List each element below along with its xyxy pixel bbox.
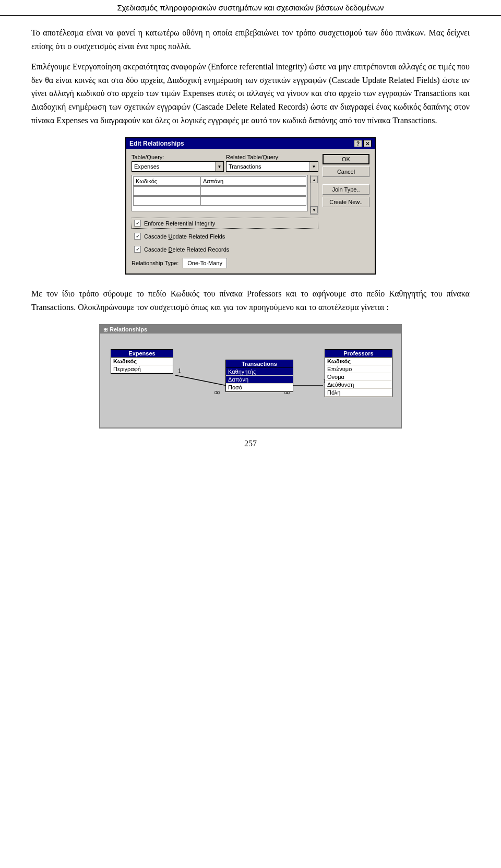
expenses-table-title: Expenses [111,350,173,357]
rel-title: Relationships [110,326,147,332]
checkbox-enforce-referential[interactable]: ✓ Enforce Referential Integrity [132,218,318,229]
dialog-right-buttons: OK Cancel Join Type.. Create New.. [323,154,369,268]
checkbox-enforce-icon: ✓ [134,220,141,227]
paragraph-1: Το αποτέλεσμα είναι να φανεί η κατωτέρω … [31,26,470,53]
transactions-field-kathigitis: Καθηγητής [226,368,293,376]
rel-titlebar: ⊞ Relationships [100,325,401,334]
relationship-type-label: Relationship Type: [132,260,178,266]
right-table-arrow[interactable]: ▼ [309,162,318,171]
mapping-container: Κωδικός Δαπάνη [132,175,318,215]
paragraph-2: Επιλέγουμε Ενεργοποίηση ακεραιότητας ανα… [31,60,470,127]
mapping-row-empty [133,186,306,196]
right-table-label: Related Table/Query: [226,154,318,160]
expenses-field-kodikos: Κωδικός [111,358,173,365]
transactions-field-poso: Ποσό [226,384,293,391]
right-table-value: Transactions [226,163,309,170]
page-content: Το αποτέλεσμα είναι να φανεί η κατωτέρω … [0,16,501,464]
professors-field-diefthynsi: Διεύθυνση [325,381,392,389]
professors-field-kodikos: Κωδικός [325,358,392,365]
professors-table-title: Professors [325,350,392,357]
dialog-left-section: Table/Query: Expenses ▼ Related Table/Qu… [132,154,318,268]
transactions-field-dapani: Δαπάνη [226,376,293,384]
mapping-area: Κωδικός Δαπάνη [132,175,308,211]
right-table-col: Related Table/Query: Transactions ▼ [226,154,318,172]
relationship-type-row: Relationship Type: One-To-Many [132,258,318,268]
create-new-button[interactable]: Create New.. [323,197,369,207]
mapping-left-empty [133,186,201,196]
table-query-row: Table/Query: Expenses ▼ Related Table/Qu… [132,154,318,172]
page-number: 257 [31,439,470,448]
cancel-button[interactable]: Cancel [323,167,369,177]
checkbox-cascade-delete-label: Cascade Delete Related Records [144,246,229,253]
checkbox-cascade-delete[interactable]: ✓ Cascade Delete Related Records [132,244,318,255]
header-title: Σχεδιασμός πληροφοριακών συστημάτων και … [117,3,384,12]
dialog-titlebar: Edit Relationships ? ✕ [126,138,375,149]
rel-titlebar-icon: ⊞ [103,327,108,332]
checkbox-cascade-update-icon: ✓ [134,233,141,240]
mapping-left-empty2 [133,196,201,206]
join-type-button[interactable]: Join Type.. [323,184,369,195]
relationships-diagram: ⊞ Relationships 1 ∞ 1 ∞ [99,324,402,429]
close-button[interactable]: ✕ [363,140,372,147]
mapping-left-field: Κωδικός [133,176,201,186]
mapping-right-empty2 [201,196,306,206]
edit-relationships-dialog: Edit Relationships ? ✕ Table/Query: Expe… [125,137,376,275]
mapping-scrollbar: ▲ ▼ [310,175,318,215]
mapping-row-empty2 [133,196,306,206]
left-table-label: Table/Query: [132,154,224,160]
right-table-select[interactable]: Transactions ▼ [226,161,318,172]
professors-table-fields: Κωδικός Επώνυμο Όνομα Διεύθυνση Πόλη [325,357,392,397]
checkbox-cascade-delete-icon: ✓ [134,246,141,253]
rel-content: 1 ∞ 1 ∞ Expenses Κωδικός Περιγραφή [100,334,401,427]
dialog-title: Edit Relationships [129,140,184,147]
expenses-field-perigrafi: Περιγραφή [111,365,173,373]
mapping-row-1: Κωδικός Δαπάνη [133,176,306,186]
checkbox-cascade-update-label: Cascade Update Related Fields [144,233,225,240]
scroll-down-button[interactable]: ▼ [311,206,318,213]
relationships-container: ⊞ Relationships 1 ∞ 1 ∞ [31,324,470,429]
checkbox-cascade-update[interactable]: ✓ Cascade Update Related Fields [132,231,318,242]
dialog-body: Table/Query: Expenses ▼ Related Table/Qu… [126,149,375,274]
ok-button[interactable]: OK [323,154,369,164]
professors-field-onoma: Όνομα [325,373,392,381]
transactions-table-title: Transactions [226,360,293,367]
left-table-arrow[interactable]: ▼ [215,162,223,171]
left-table-select[interactable]: Expenses ▼ [132,161,224,172]
professors-field-eponymo: Επώνυμο [325,365,392,373]
svg-line-0 [175,375,227,386]
left-table-col: Table/Query: Expenses ▼ [132,154,224,172]
dialog-container: Edit Relationships ? ✕ Table/Query: Expe… [31,137,470,275]
transactions-table-fields: Καθηγητής Δαπάνη Ποσό [226,367,293,391]
scroll-up-button[interactable]: ▲ [311,176,318,183]
help-button[interactable]: ? [354,140,362,147]
svg-text:∞: ∞ [214,388,220,397]
svg-text:1: 1 [178,367,181,374]
mapping-right-field: Δαπάνη [201,176,306,186]
transactions-table: Transactions Καθηγητής Δαπάνη Ποσό [225,360,293,392]
left-table-value: Expenses [132,163,215,170]
mapping-right-empty [201,186,306,196]
expenses-table-fields: Κωδικός Περιγραφή [111,357,173,373]
professors-field-poli: Πόλη [325,389,392,397]
expenses-table: Expenses Κωδικός Περιγραφή [111,349,173,374]
page-header: Σχεδιασμός πληροφοριακών συστημάτων και … [0,0,501,16]
titlebar-buttons: ? ✕ [354,140,372,147]
relationship-type-value: One-To-Many [183,258,227,268]
paragraph-3: Με τον ίδιο τρόπο σύρουμε το πεδίο Κωδικ… [31,287,470,314]
checkbox-enforce-label: Enforce Referential Integrity [144,220,215,227]
professors-table: Professors Κωδικός Επώνυμο Όνομα Διεύθυν… [325,349,392,397]
